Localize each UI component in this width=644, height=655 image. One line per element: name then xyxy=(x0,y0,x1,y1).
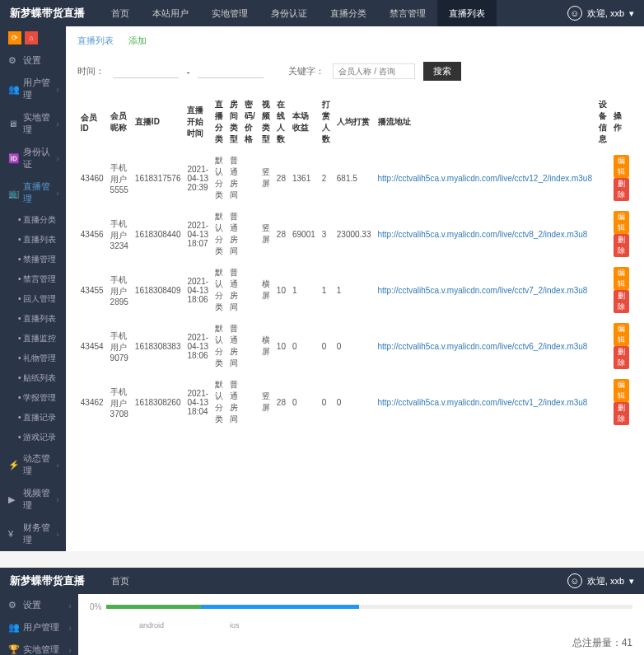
col-header: 人均打赏 xyxy=(334,94,375,150)
side-settings[interactable]: ⚙设置 xyxy=(0,49,66,72)
side-sub-item[interactable]: 直播列表 xyxy=(0,230,66,250)
side2-item[interactable]: ⚙设置 xyxy=(0,594,78,616)
id-icon: 🆔 xyxy=(8,153,18,164)
user-greet-2: 欢迎, xxb xyxy=(587,575,624,587)
live-table: 会员ID会员昵称直播ID直播开始时间直播分类房间类型密码/价格视频类型在线人数本… xyxy=(77,94,632,430)
chevron-down-icon[interactable]: ▾ xyxy=(629,8,634,19)
side-icon: ⚙ xyxy=(8,600,18,611)
nav-livecat[interactable]: 直播分类 xyxy=(319,0,378,26)
label-android: android xyxy=(139,621,164,629)
col-header: 房间类型 xyxy=(226,94,241,150)
side-users[interactable]: 👥用户管理 xyxy=(0,72,66,106)
search-button[interactable]: 搜索 xyxy=(423,62,461,81)
side-field[interactable]: 🖥实地管理 xyxy=(0,106,66,141)
nav-id[interactable]: 身份认证 xyxy=(259,0,319,26)
avatar-icon[interactable]: ☺ xyxy=(567,6,582,21)
brand: 新梦蝶带货直播 xyxy=(10,6,85,21)
side-sub-item[interactable]: 直播列表 xyxy=(0,309,66,329)
nav-home[interactable]: 首页 xyxy=(100,0,141,26)
col-header: 直播开始时间 xyxy=(184,94,212,150)
col-header: 视频类型 xyxy=(259,94,273,150)
side2-item[interactable]: 👥用户管理 xyxy=(0,616,78,639)
topnav: 首页 本站用户 实地管理 身份认证 直播分类 禁言管理 直播列表 xyxy=(100,0,497,26)
delete-button[interactable]: 删除 xyxy=(614,290,629,313)
col-header: 设备信息 xyxy=(595,94,610,150)
side-icon: 🏆 xyxy=(8,644,18,655)
table-row: 43462手机用户370816183082602021-04-13 18:04默… xyxy=(77,374,632,430)
nav-ban[interactable]: 禁言管理 xyxy=(378,0,437,26)
side-sub-item[interactable]: 礼物管理 xyxy=(0,349,66,368)
time-from-input[interactable] xyxy=(113,64,179,78)
delete-button[interactable]: 删除 xyxy=(614,178,629,201)
col-header: 播流地址 xyxy=(375,94,596,150)
chevron-down-icon-2[interactable]: ▾ xyxy=(629,576,634,587)
time-label: 时间： xyxy=(77,65,105,77)
col-header: 在线人数 xyxy=(273,94,289,150)
table-row: 43460手机用户555516183175762021-04-13 20:39默… xyxy=(77,150,632,206)
home-icon[interactable]: ⌂ xyxy=(25,31,38,44)
play-icon: ▶ xyxy=(8,494,18,505)
bolt-icon: ⚡ xyxy=(8,460,18,470)
platform-bar xyxy=(106,605,632,609)
delete-button[interactable]: 删除 xyxy=(614,346,629,369)
delete-button[interactable]: 删除 xyxy=(614,234,629,257)
table-row: 43456手机用户323416183084402021-04-13 18:07默… xyxy=(77,206,632,262)
col-header: 本场收益 xyxy=(289,94,319,150)
edit-button[interactable]: 编辑 xyxy=(614,155,629,178)
side-finance[interactable]: ¥财务管理 xyxy=(0,517,66,551)
nav2-home[interactable]: 首页 xyxy=(100,568,141,594)
col-header: 会员昵称 xyxy=(107,94,132,150)
table-row: 43454手机用户907916183083832021-04-13 18:06默… xyxy=(77,318,632,374)
side-live[interactable]: 📺直播管理 xyxy=(0,175,66,210)
sidebar: ⟳ ⌂ ⚙设置 👥用户管理 🖥实地管理 🆔身份认证 📺直播管理 直播分类直播列表… xyxy=(0,26,66,551)
total-reg-label: 总注册量： xyxy=(572,637,622,648)
keyword-input[interactable] xyxy=(333,63,415,79)
table-row: 43455手机用户289516183084092021-04-13 18:06默… xyxy=(77,262,632,318)
side-sub-item[interactable]: 直播记录 xyxy=(0,408,66,428)
side2-item[interactable]: 🏆实地管理 xyxy=(0,639,78,655)
col-header: 密码/价格 xyxy=(241,94,259,150)
side-sub-item[interactable]: 直播监控 xyxy=(0,329,66,349)
side-sub-item[interactable]: 禁言管理 xyxy=(0,269,66,289)
users-icon: 👥 xyxy=(8,84,18,95)
avatar-icon-2[interactable]: ☺ xyxy=(567,573,582,588)
user-greet: 欢迎, xxb xyxy=(587,7,624,20)
tab-add[interactable]: 添加 xyxy=(128,35,147,47)
time-sep: - xyxy=(187,67,190,77)
nav-users[interactable]: 本站用户 xyxy=(141,0,200,26)
monitor-icon: 🖥 xyxy=(8,119,18,129)
tv-icon: 📺 xyxy=(8,188,18,199)
label-ios: ios xyxy=(230,621,240,629)
side-video[interactable]: ▶视频管理 xyxy=(0,482,66,517)
col-header: 打赏人数 xyxy=(319,94,334,150)
edit-button[interactable]: 编辑 xyxy=(614,379,629,402)
nav-livelist[interactable]: 直播列表 xyxy=(437,0,497,26)
gear-icon: ⚙ xyxy=(8,55,18,66)
yen-icon: ¥ xyxy=(8,529,18,539)
sidebar-2: ⚙设置👥用户管理🏆实地管理🆔身份认证📺直播管理⚡动态管理▶视频管理¥财务管理👨‍… xyxy=(0,594,78,655)
brand-2: 新梦蝶带货直播 xyxy=(10,573,85,588)
side-sub-item[interactable]: 贴纸列表 xyxy=(0,368,66,388)
delete-button[interactable]: 删除 xyxy=(614,402,629,425)
platform-pct: 0% xyxy=(90,602,101,611)
time-to-input[interactable] xyxy=(198,64,264,78)
edit-button[interactable]: 编辑 xyxy=(614,211,629,234)
side-id[interactable]: 🆔身份认证 xyxy=(0,141,66,175)
tab-list[interactable]: 直播列表 xyxy=(77,35,114,47)
col-header: 直播分类 xyxy=(212,94,226,150)
edit-button[interactable]: 编辑 xyxy=(614,267,629,290)
side-sub-item[interactable]: 游戏记录 xyxy=(0,428,66,447)
side-sub-item[interactable]: 直播分类 xyxy=(0,210,66,230)
edit-button[interactable]: 编辑 xyxy=(614,323,629,346)
col-header: 操作 xyxy=(610,94,632,150)
side-icon: 👥 xyxy=(8,622,18,633)
total-reg-val: 41 xyxy=(622,637,632,648)
side-sub-item[interactable]: 禁播管理 xyxy=(0,250,66,269)
col-header: 直播ID xyxy=(132,94,184,150)
nav-field[interactable]: 实地管理 xyxy=(200,0,259,26)
side-sub-item[interactable]: 学报管理 xyxy=(0,388,66,408)
col-header: 会员ID xyxy=(77,94,107,150)
refresh-icon[interactable]: ⟳ xyxy=(8,31,21,44)
side-dynamic[interactable]: ⚡动态管理 xyxy=(0,447,66,482)
side-sub-item[interactable]: 回人管理 xyxy=(0,289,66,309)
